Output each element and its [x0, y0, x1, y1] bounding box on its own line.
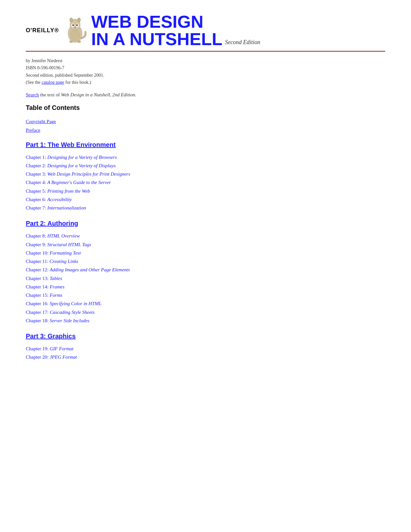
search-text-end: . [135, 92, 136, 97]
catalog-line: (See the catalog page for this book.) [26, 79, 385, 86]
part2-link[interactable]: Part 2: Authoring [26, 220, 78, 227]
chapter-5-link[interactable]: Chapter 5: Printing from the Web [26, 187, 385, 195]
book-title-block: WEB DESIGN IN A NUTSHELL Second Edition [91, 13, 260, 48]
catalog-suffix: for this book.) [64, 80, 91, 85]
meta-info: by Jennifer Niederst ISBN 0-596-00196-7 … [26, 57, 385, 86]
search-text-after: the text of [39, 92, 61, 97]
chapter-4-link[interactable]: Chapter 4: A Beginner's Guide to the Ser… [26, 178, 385, 187]
chapter-20-link[interactable]: Chapter 20: JPEG Format [26, 353, 385, 361]
svg-point-6 [72, 24, 74, 26]
catalog-page-link[interactable]: catalog page [42, 80, 64, 85]
isbn-line: ISBN 0-596-00196-7 [26, 64, 385, 72]
chapter-17-link[interactable]: Chapter 17: Cascading Style Sheets [26, 308, 385, 316]
svg-point-13 [77, 40, 81, 43]
svg-point-2 [70, 18, 73, 22]
edition-label: Second Edition [225, 39, 260, 46]
part2-chapters: Chapter 8: HTML Overview Chapter 9: Stru… [26, 232, 385, 325]
animal-illustration [62, 16, 88, 45]
search-line: Search the text of Web Design in a Nutsh… [26, 92, 385, 98]
chapter-14-link[interactable]: Chapter 14: Frames [26, 283, 385, 291]
search-link[interactable]: Search [26, 92, 39, 97]
chapter-16-link[interactable]: Chapter 16: Specifying Color in HTML [26, 299, 385, 308]
toc-heading: Table of Contents [26, 104, 385, 111]
chapter-6-link[interactable]: Chapter 6: Accessibility [26, 195, 385, 204]
svg-point-8 [73, 25, 73, 25]
author-line: by Jennifer Niederst [26, 57, 385, 64]
svg-point-10 [74, 27, 76, 28]
catalog-prefix: (See the [26, 80, 42, 85]
part1-link[interactable]: Part 1: The Web Environment [26, 141, 116, 148]
part3-heading[interactable]: Part 3: Graphics [26, 333, 385, 340]
part1-chapters: Chapter 1: Designing for a Variety of Br… [26, 153, 385, 212]
chapter-9-link[interactable]: Chapter 9: Structural HTML Tags [26, 240, 385, 249]
chapter-7-link[interactable]: Chapter 7: Internationalization [26, 204, 385, 212]
chapter-15-link[interactable]: Chapter 15: Forms [26, 291, 385, 299]
toc-top-links: Copyright Page Preface [26, 117, 385, 135]
title-line2: IN A NUTSHELL Second Edition [91, 30, 260, 48]
part3-link[interactable]: Part 3: Graphics [26, 333, 76, 340]
page-header: O'REILLY® [26, 13, 385, 52]
title-line1: WEB DESIGN [91, 13, 260, 30]
chapter-8-link[interactable]: Chapter 8: HTML Overview [26, 232, 385, 240]
chapter-12-link[interactable]: Chapter 12: Adding Images and Other Page… [26, 266, 385, 274]
part2-heading[interactable]: Part 2: Authoring [26, 220, 385, 227]
svg-point-7 [76, 24, 78, 26]
chapter-10-link[interactable]: Chapter 10: Formatting Text [26, 249, 385, 257]
chapter-2-link[interactable]: Chapter 2: Designing for a Variety of Di… [26, 161, 385, 170]
edition-line: Second edition, published September 2001… [26, 72, 385, 79]
book-title-italic: Web Design in a Nutshell, 2nd Edition [61, 92, 135, 97]
chapter-19-link[interactable]: Chapter 19: GIF Format [26, 344, 385, 353]
copyright-page-link[interactable]: Copyright Page [26, 117, 385, 126]
chapter-13-link[interactable]: Chapter 13: Tables [26, 274, 385, 283]
chapter-18-link[interactable]: Chapter 18: Server Side Includes [26, 316, 385, 325]
chapter-1-link[interactable]: Chapter 1: Designing for a Variety of Br… [26, 153, 385, 161]
chapter-11-link[interactable]: Chapter 11: Creating Links [26, 257, 385, 266]
preface-link[interactable]: Preface [26, 126, 385, 135]
svg-point-9 [77, 25, 77, 25]
oreilly-logo: O'REILLY® [26, 27, 59, 34]
svg-point-11 [70, 29, 80, 41]
title-line2-text: IN A NUTSHELL [91, 30, 222, 48]
part1-heading[interactable]: Part 1: The Web Environment [26, 141, 385, 149]
chapter-3-link[interactable]: Chapter 3: Web Design Principles for Pri… [26, 170, 385, 178]
part3-chapters: Chapter 19: GIF Format Chapter 20: JPEG … [26, 344, 385, 362]
svg-point-3 [77, 18, 81, 22]
svg-point-12 [69, 40, 73, 43]
